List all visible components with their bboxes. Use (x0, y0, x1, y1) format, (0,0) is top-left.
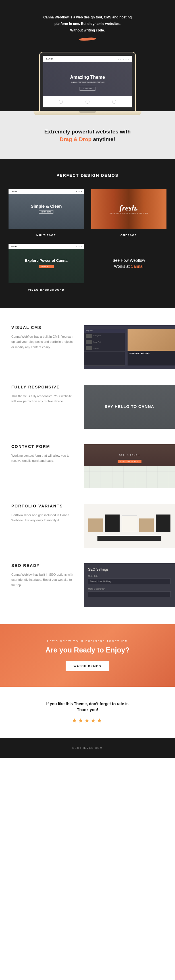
seo-heading: SEO Settings (88, 568, 171, 571)
portfolio-screenshot (84, 504, 175, 548)
feature-title: VISUAL CMS (11, 325, 75, 330)
demo-title: Explore Power of Canna (25, 258, 67, 262)
screen-hero: Amazing Theme CANNA IS PROFESSIONAL CREA… (43, 62, 132, 91)
feature-desc: Portfolio slider and grid included in Ca… (11, 512, 75, 523)
demo-webflow-text[interactable]: See How Webflow Works at Canna! (91, 243, 167, 283)
demo-title: Simple & Clean (31, 204, 62, 208)
brush-stroke-icon (79, 37, 96, 41)
demos-section: PERFECT DESIGN DEMOS CANNA Simple & Clea… (0, 159, 175, 308)
screen-logo: CANNA (46, 58, 54, 60)
feature-title: CONTACT FORM (11, 444, 75, 449)
rate-section: If you like this Theme, don't forget to … (0, 687, 175, 738)
powerful-section: Extremely powerful websites with Drag & … (0, 115, 175, 159)
feature-icon (85, 100, 90, 104)
screen-button: LEARN MORE (80, 87, 95, 91)
feature-title: PORFOLIO VARIANTS (11, 504, 75, 508)
feature-desc: Working contact form that will allow you… (11, 453, 75, 463)
screen-nav: CANNA (43, 56, 132, 62)
laptop-screen: CANNA Amazing Theme CANNA IS PROFESSIONA… (39, 52, 136, 111)
seo-field: Canna | Home Multipage (88, 579, 171, 584)
feature-contact: CONTACT FORM Working contact form that w… (11, 444, 164, 488)
feature-icon (112, 100, 116, 104)
demo-label: MULTIPAGE (8, 234, 84, 237)
hero-dark-section: Canna Webflow is a web design tool, CMS … (0, 0, 175, 111)
laptop-mockup: CANNA Amazing Theme CANNA IS PROFESSIONA… (34, 52, 141, 111)
hero-line1: Canna Webflow is a web design tool, CMS … (31, 14, 144, 21)
demo-btn: LEARN MORE (39, 210, 53, 214)
webflow-line1: See How Webflow (112, 258, 145, 264)
demo-title: fresh. (119, 204, 138, 213)
demo-card-onepage[interactable]: fresh. CLEAN AND MODERN WEBFLOW TEMPLATE… (91, 189, 167, 237)
cta-heading: Are you Ready to Enjoy? (6, 646, 169, 654)
responsive-screenshot: SAY HELLO TO CANNA (84, 385, 175, 429)
laptop-base (34, 111, 141, 115)
screen-title: Amazing Theme (43, 75, 132, 80)
seo-label: Meta Description (88, 588, 171, 590)
feature-title: SEO READY (11, 563, 75, 568)
demo-thumb: CANNA Simple & Clean LEARN MORE (8, 189, 84, 229)
feature-seo: SEO READY Canna Weblow has built in SEO … (11, 563, 164, 607)
feature-responsive: FULLY RESPONSIVE This theme is fully res… (11, 385, 164, 429)
demo-card-multipage[interactable]: CANNA Simple & Clean LEARN MORE MULTIPAG… (8, 189, 84, 237)
demo-thumb: fresh. CLEAN AND MODERN WEBFLOW TEMPLATE (91, 189, 167, 229)
webflow-line2: Works at Canna! (114, 264, 143, 269)
responsive-text: SAY HELLO TO CANNA (105, 404, 154, 409)
powerful-heading: Extremely powerful websites with Drag & … (6, 128, 169, 143)
demo-nav: CANNA (8, 189, 84, 194)
feature-desc: This theme is fully responsive. Your web… (11, 393, 75, 404)
feature-desc: Canna Weblow has built in SEO options wi… (11, 572, 75, 588)
screen-features (43, 96, 132, 107)
demo-nav: CANNA (8, 243, 84, 249)
screen-subtitle: CANNA IS PROFESSIONAL CREATIVE TEMPLATE (43, 81, 132, 84)
cta-section: LET'S GROW YOUR BUSINESS TOGETHER Are yo… (0, 624, 175, 687)
footer: DEOTHEMES.COM (0, 738, 175, 758)
demo-label: ONEPAGE (91, 234, 167, 237)
hero-line2: platform in one. Build dynamic websites. (31, 21, 144, 27)
cta-small: LET'S GROW YOUR BUSINESS TOGETHER (6, 640, 169, 643)
demo-btn: LEARN MORE (39, 265, 54, 268)
contact-screenshot: GET IN TOUCHSEND MESSAGE (84, 444, 175, 488)
demo-subtitle: CLEAN AND MODERN WEBFLOW TEMPLATE (109, 213, 149, 214)
laptop-base-wrap (0, 111, 175, 115)
feature-visual-cms: VISUAL CMS Canna Webflow has a built in … (11, 325, 164, 369)
screen-content: CANNA Amazing Theme CANNA IS PROFESSIONA… (43, 56, 132, 107)
demo-label: VIDEO BACKGROUND (8, 288, 84, 291)
hero-line3: Without writing code. (31, 27, 144, 34)
seo-label: Meta Title (88, 575, 171, 578)
feature-icon (59, 100, 63, 104)
seo-field (88, 591, 171, 597)
seo-screenshot: SEO Settings Meta Title Canna | Home Mul… (84, 563, 175, 607)
feature-portfolio: PORFOLIO VARIANTS Portfolio slider and g… (11, 504, 164, 548)
features-section: VISUAL CMS Canna Webflow has a built in … (0, 308, 175, 624)
star-rating-icon: ★★★★★ (6, 717, 169, 724)
demo-card-video[interactable]: CANNA Explore Power of Canna LEARN MORE … (8, 243, 84, 291)
feature-title: FULLY RESPONSIVE (11, 385, 75, 389)
rate-line1: If you like this Theme, don't forget to … (6, 701, 169, 707)
screen-menu (118, 59, 129, 59)
feature-desc: Canna Webflow has a built in CMS. You ca… (11, 334, 75, 350)
rate-line2: Thank you! (6, 707, 169, 713)
footer-text[interactable]: DEOTHEMES.COM (72, 746, 103, 749)
demo-grid: CANNA Simple & Clean LEARN MORE MULTIPAG… (8, 189, 167, 291)
demo-thumb: CANNA Explore Power of Canna LEARN MORE (8, 243, 84, 283)
cms-screenshot: Blog Posts Gallery Post Image Post Stand… (84, 325, 175, 369)
watch-demos-button[interactable]: WATCH DEMOS (66, 661, 109, 671)
demos-heading: PERFECT DESIGN DEMOS (8, 173, 167, 178)
